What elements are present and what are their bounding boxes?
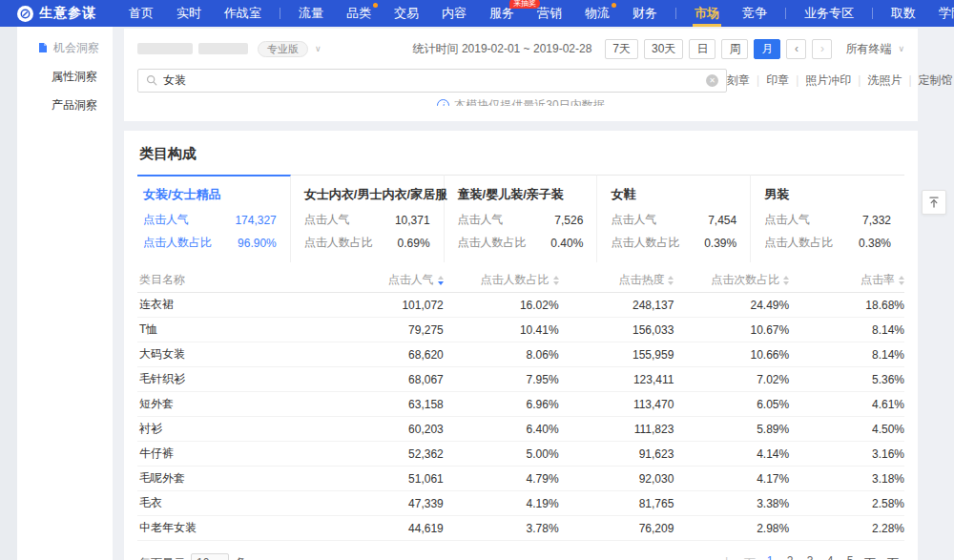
value-cell: 6.96% bbox=[444, 398, 559, 411]
table-header-cell: 类目名称 bbox=[137, 272, 328, 288]
nav-item[interactable]: 首页 bbox=[117, 0, 165, 27]
category-name-cell[interactable]: 短外套 bbox=[137, 396, 328, 412]
value-cell: 10.66% bbox=[674, 348, 789, 362]
app-logo-icon bbox=[17, 6, 33, 22]
range-button[interactable]: 30天 bbox=[644, 39, 683, 59]
table-row: T恤79,27510.41%156,03310.67%8.14% bbox=[137, 318, 904, 342]
metric-value: 174,327 bbox=[235, 214, 276, 227]
range-button[interactable]: 日 bbox=[689, 39, 716, 59]
page-number[interactable]: 5 bbox=[844, 554, 856, 560]
hot-link[interactable]: 照片冲印 bbox=[805, 73, 851, 89]
category-name-cell[interactable]: 毛呢外套 bbox=[137, 470, 328, 487]
page-number[interactable]: 4 bbox=[824, 554, 836, 560]
column-sort-control[interactable]: 点击人数占比 bbox=[481, 272, 559, 288]
nav-item[interactable]: 流量 bbox=[287, 0, 335, 27]
value-cell: 3.38% bbox=[674, 497, 789, 510]
value-cell: 155,959 bbox=[559, 348, 674, 362]
terminal-filter-label: 所有终端 bbox=[845, 41, 891, 57]
hot-link[interactable]: 刻章 bbox=[727, 73, 750, 89]
metric-value: 0.40% bbox=[550, 237, 583, 250]
category-tab[interactable]: 童装/婴儿装/亲子装点击人气7,526点击人数占比0.40% bbox=[445, 175, 598, 262]
page-number[interactable]: 2 bbox=[784, 554, 796, 560]
sidebar-item[interactable]: 产品洞察 bbox=[17, 93, 113, 116]
sidebar-item[interactable]: 属性洞察 bbox=[17, 65, 113, 88]
tab-metric: 点击人数占比0.69% bbox=[304, 235, 430, 251]
column-sort-control[interactable]: 点击热度 bbox=[618, 272, 674, 288]
clear-search-icon[interactable]: ✕ bbox=[706, 74, 718, 87]
next-period-button[interactable]: › bbox=[812, 39, 832, 59]
range-button[interactable]: 月 bbox=[754, 39, 780, 59]
search-input[interactable] bbox=[163, 73, 706, 87]
category-tab[interactable]: 女鞋点击人气7,454点击人数占比0.39% bbox=[597, 175, 751, 262]
search-box[interactable]: ✕ bbox=[137, 69, 727, 93]
category-name-cell[interactable]: 衬衫 bbox=[137, 421, 328, 437]
hot-link[interactable]: 洗照片 bbox=[867, 73, 902, 89]
brand[interactable]: 生意参谋 bbox=[17, 5, 96, 22]
page-number[interactable]: 3 bbox=[804, 554, 816, 560]
version-badge[interactable]: 专业版 bbox=[258, 41, 308, 57]
category-tab[interactable]: 女装/女士精品点击人气174,327点击人数占比96.90% bbox=[137, 175, 291, 262]
sidebar-item-label: 机会洞察 bbox=[53, 40, 99, 56]
hot-link[interactable]: 印章 bbox=[766, 73, 789, 89]
nav-item[interactable]: 市场 bbox=[683, 0, 731, 27]
value-cell: 81,765 bbox=[559, 497, 674, 510]
link-separator: | bbox=[908, 73, 911, 87]
category-name-cell[interactable]: 毛衣 bbox=[137, 495, 328, 511]
nav-item[interactable]: 服务来抽奖 bbox=[478, 0, 526, 27]
range-button[interactable]: 周 bbox=[721, 39, 748, 59]
nav-item[interactable]: 竞争 bbox=[731, 0, 778, 27]
value-cell: 113,470 bbox=[559, 398, 674, 411]
next-page-button[interactable]: 下一页› bbox=[864, 555, 902, 560]
nav-item[interactable]: 财务 bbox=[621, 0, 669, 27]
promo-badge: 来抽奖 bbox=[509, 0, 540, 9]
column-sort-control[interactable]: 点击人气 bbox=[388, 272, 444, 288]
sidebar-item[interactable]: 机会洞察 bbox=[17, 36, 113, 59]
category-name-cell[interactable]: 大码女装 bbox=[137, 346, 328, 363]
nav-item-label: 首页 bbox=[129, 5, 154, 22]
category-name-cell[interactable]: 中老年女装 bbox=[137, 520, 328, 536]
metric-value: 0.39% bbox=[704, 237, 736, 250]
metric-label: 点击人气 bbox=[764, 212, 810, 228]
nav-item[interactable]: 取数 bbox=[880, 0, 927, 27]
nav-item[interactable]: 业务专区 bbox=[793, 0, 865, 27]
category-tab-name: 女鞋 bbox=[611, 186, 736, 203]
value-cell: 4.61% bbox=[789, 398, 904, 411]
value-cell: 92,030 bbox=[559, 472, 674, 486]
nav-item[interactable]: 实时 bbox=[165, 0, 213, 27]
table-row: 毛针织衫68,0677.95%123,4117.02%5.36% bbox=[137, 367, 904, 392]
metric-value: 96.90% bbox=[238, 237, 277, 250]
nav-item[interactable]: 物流 bbox=[573, 0, 621, 27]
column-sort-control[interactable]: 点击率 bbox=[861, 272, 904, 288]
nav-item[interactable]: 内容 bbox=[430, 0, 478, 27]
link-separator: | bbox=[858, 73, 861, 87]
tab-metric: 点击人气7,454 bbox=[611, 212, 736, 228]
nav-item[interactable]: 作战室 bbox=[213, 0, 273, 27]
page-size-select[interactable]: 10∨ bbox=[191, 553, 229, 560]
nav-item[interactable]: 学院 bbox=[927, 0, 954, 27]
category-name-cell[interactable]: 连衣裙 bbox=[137, 297, 328, 313]
value-cell: 63,158 bbox=[328, 398, 444, 411]
metric-value: 7,454 bbox=[708, 214, 736, 227]
nav-item[interactable]: 交易 bbox=[383, 0, 430, 27]
back-to-top-button[interactable] bbox=[922, 190, 946, 215]
prev-page-button[interactable]: ‹上一页 bbox=[717, 555, 756, 560]
nav-item-label: 竞争 bbox=[742, 5, 767, 22]
category-tab[interactable]: 男装点击人气7,332点击人数占比0.38% bbox=[751, 175, 904, 262]
column-sort-control[interactable]: 点击次数占比 bbox=[711, 272, 789, 288]
category-tab[interactable]: 女士内衣/男士内衣/家居服点击人气10,371点击人数占比0.69% bbox=[291, 175, 445, 262]
nav-item[interactable]: 品类 bbox=[335, 0, 383, 27]
range-button[interactable]: 7天 bbox=[605, 39, 638, 59]
notice-clip: i 本模块仅提供最近30日内数据 bbox=[137, 97, 904, 106]
terminal-filter[interactable]: 所有终端∨ bbox=[845, 41, 904, 57]
page-number[interactable]: 1 bbox=[764, 554, 776, 560]
value-cell: 68,620 bbox=[328, 348, 444, 362]
nav-item-label: 交易 bbox=[394, 5, 419, 22]
value-cell: 47,339 bbox=[328, 497, 444, 510]
hot-link[interactable]: 定制馆 bbox=[919, 73, 953, 89]
category-name-cell[interactable]: 毛针织衫 bbox=[137, 371, 328, 387]
category-name-cell[interactable]: 牛仔裤 bbox=[137, 446, 328, 462]
chevron-down-icon[interactable]: ∨ bbox=[315, 44, 321, 53]
page-size-control: 每页显示 10∨ 条 bbox=[139, 553, 246, 560]
category-name-cell[interactable]: T恤 bbox=[137, 321, 328, 338]
prev-period-button[interactable]: ‹ bbox=[786, 39, 806, 59]
